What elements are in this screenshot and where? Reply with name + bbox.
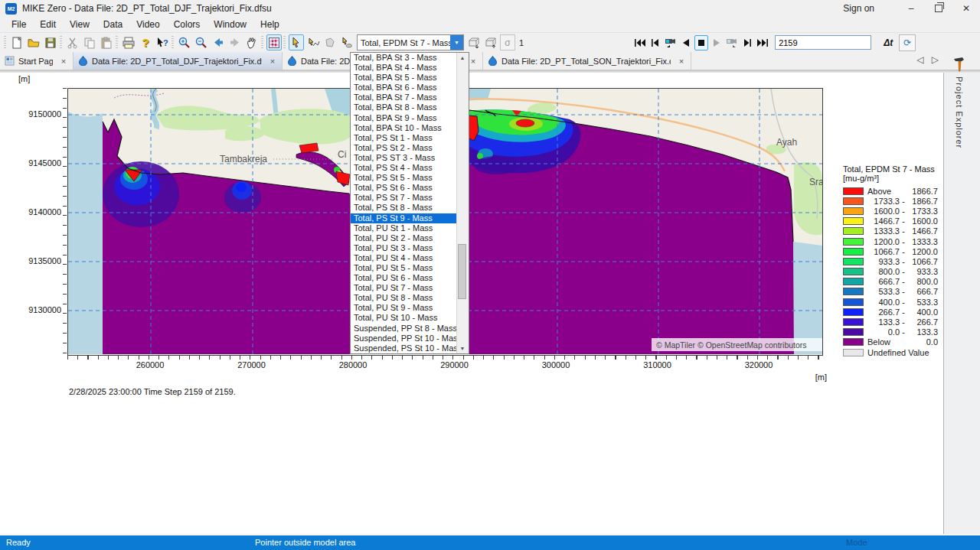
new-file-button[interactable]	[9, 34, 24, 50]
paste-button[interactable]	[99, 34, 114, 50]
select-polygon-button[interactable]	[322, 34, 338, 50]
stop-button[interactable]	[694, 35, 708, 50]
dropdown-item[interactable]: Total, BPA St 8 - Mass	[351, 103, 456, 112]
dropdown-item[interactable]: Total, BPA St 7 - Mass	[351, 93, 456, 103]
scroll-up-button[interactable]: ▲	[457, 53, 468, 63]
menu-view[interactable]: View	[63, 18, 96, 31]
dropdown-item[interactable]: Total, PU St 8 - Mass	[351, 293, 456, 303]
dropdown-item[interactable]: Total, PU St 1 - Mass	[351, 223, 456, 233]
previous-timestep-button[interactable]	[648, 35, 662, 50]
delta-t-icon[interactable]: Δt	[884, 37, 893, 48]
dropdown-item[interactable]: Total, PS St 9 - Mass	[351, 213, 456, 223]
legend-range-dash: -	[900, 308, 907, 317]
last-timestep-button[interactable]	[756, 35, 769, 50]
zoom-previous-button[interactable]	[211, 34, 226, 50]
dropdown-item[interactable]: Total, PS St 8 - Mass	[351, 203, 456, 213]
next-timestep-button[interactable]	[740, 35, 754, 50]
menu-window[interactable]: Window	[207, 18, 253, 31]
play-backward-button[interactable]	[679, 35, 693, 50]
toolbar-grip	[172, 36, 174, 49]
scroll-thumb[interactable]	[458, 244, 466, 299]
context-help-button[interactable]: ?	[155, 34, 170, 50]
dropdown-item[interactable]: Total, BPA St 4 - Mass	[351, 63, 456, 73]
scroll-down-button[interactable]: ▼	[457, 343, 468, 353]
save-button[interactable]	[43, 34, 58, 50]
legend-range-low: Below	[867, 337, 900, 347]
dropdown-item[interactable]: Total, PU St 10 - Mass	[351, 313, 456, 323]
project-explorer-tab[interactable]: Project Explorer	[950, 55, 969, 148]
dropdown-item[interactable]: Total, BPA St 5 - Mass	[351, 73, 456, 83]
timestep-input[interactable]	[775, 35, 871, 50]
pan-button[interactable]	[244, 34, 260, 50]
dropdown-item[interactable]: Total, PS St 1 - Mass	[351, 133, 456, 143]
menu-edit[interactable]: Edit	[33, 18, 63, 31]
mesh-toggle-button[interactable]	[266, 34, 282, 50]
dropdown-item[interactable]: Total, PS St 4 - Mass	[351, 163, 456, 173]
overlay-backward-button[interactable]	[483, 34, 498, 50]
dropdown-item[interactable]: Total, BPA St 10 - Mass	[351, 123, 456, 133]
tab-data-file-son[interactable]: Data File: 2D_PT_Total_SON_Trajektori_Fi…	[483, 52, 691, 70]
combo-dropdown-button[interactable]: ▼	[450, 35, 463, 50]
select-node-button[interactable]	[305, 34, 321, 50]
tab-data-file-djf[interactable]: Data File: 2D_PT_Total_DJF_Trajektori_Fi…	[74, 52, 283, 70]
restore-button[interactable]	[925, 0, 952, 17]
zoom-in-button[interactable]	[177, 34, 192, 50]
play-forward-button[interactable]	[710, 35, 724, 50]
close-button[interactable]: ✕	[952, 0, 980, 17]
dropdown-item[interactable]: Total, PU St 7 - Mass	[351, 283, 456, 293]
legend-range-low: 400.0	[867, 298, 900, 307]
dropdown-item[interactable]: Suspended, PP St 10 - Mass	[351, 334, 456, 343]
open-file-button[interactable]	[26, 34, 41, 50]
tab-start-page[interactable]: Start Page ×	[0, 52, 74, 70]
sign-on-button[interactable]: Sign on	[843, 3, 874, 14]
item-selector-combo[interactable]: Total, EPDM St 7 - Mass ▼	[357, 34, 464, 50]
dropdown-item[interactable]: Suspended, PP St 8 - Mass	[351, 324, 456, 334]
dropdown-item[interactable]: Total, BPA St 3 - Mass	[351, 53, 456, 63]
dropdown-item[interactable]: Total, PU St 9 - Mass	[351, 303, 456, 313]
help-button[interactable]: ?	[138, 34, 153, 50]
zoom-out-button[interactable]	[194, 34, 209, 50]
dropdown-item[interactable]: Total, BPA St 9 - Mass	[351, 113, 456, 123]
menu-file[interactable]: File	[5, 18, 33, 31]
first-timestep-button[interactable]	[633, 35, 647, 50]
cut-button[interactable]	[65, 34, 80, 50]
tab-close-button[interactable]: ×	[268, 57, 277, 66]
legend-row: 1466.7-1600.0	[843, 216, 939, 226]
dropdown-scrollbar[interactable]: ▲ ▼	[456, 53, 469, 353]
dropdown-item[interactable]: Total, PU St 6 - Mass	[351, 273, 456, 283]
dropdown-item[interactable]: Total, PU St 5 - Mass	[351, 263, 456, 273]
refresh-document-button[interactable]: ⟳	[899, 34, 916, 51]
dropdown-item[interactable]: Total, PU St 4 - Mass	[351, 253, 456, 263]
tab-scroll-left-button[interactable]: ◁	[917, 54, 924, 65]
dropdown-item[interactable]: Total, PS St 2 - Mass	[351, 143, 456, 153]
menu-colors[interactable]: Colors	[167, 18, 207, 31]
dropdown-item[interactable]: Total, PU St 3 - Mass	[351, 243, 456, 253]
dropdown-item[interactable]: Total, PS St 6 - Mass	[351, 183, 456, 193]
select-lasso-button[interactable]	[339, 34, 354, 50]
menu-video[interactable]: Video	[129, 18, 166, 31]
dropdown-item[interactable]: Total, BPA St 6 - Mass	[351, 83, 456, 93]
tab-scroll-right-button[interactable]: ▷	[932, 54, 939, 65]
legend-unit: [mu-g/m³]	[843, 174, 939, 183]
dropdown-item[interactable]: Total, PS St 7 - Mass	[351, 193, 456, 203]
dropdown-item[interactable]: Total, PS ST 3 - Mass	[351, 153, 456, 163]
minimize-button[interactable]: –	[897, 0, 925, 17]
copy-button[interactable]	[82, 34, 97, 50]
dropdown-item[interactable]: Total, PU St 2 - Mass	[351, 233, 456, 243]
tab-close-button[interactable]: ×	[59, 57, 68, 66]
tab-close-button[interactable]: ×	[677, 57, 686, 66]
copy-icon	[83, 36, 96, 50]
menu-data[interactable]: Data	[96, 18, 129, 31]
select-button[interactable]	[289, 34, 304, 50]
record-forward-button[interactable]	[725, 35, 739, 50]
menu-help[interactable]: Help	[253, 18, 286, 31]
tab-close-button[interactable]: ×	[469, 57, 478, 66]
legend-row: 1600.0-1733.3	[843, 206, 939, 216]
overlay-forward-button[interactable]	[466, 34, 482, 50]
zoom-next-button[interactable]	[227, 34, 243, 50]
sigma-button[interactable]: σ	[500, 34, 515, 50]
print-button[interactable]	[121, 34, 136, 50]
dropdown-item[interactable]: Total, PS St 5 - Mass	[351, 173, 456, 183]
dropdown-item[interactable]: Suspended, PS St 10 - Mass	[351, 343, 456, 353]
record-backward-button[interactable]	[664, 35, 678, 50]
